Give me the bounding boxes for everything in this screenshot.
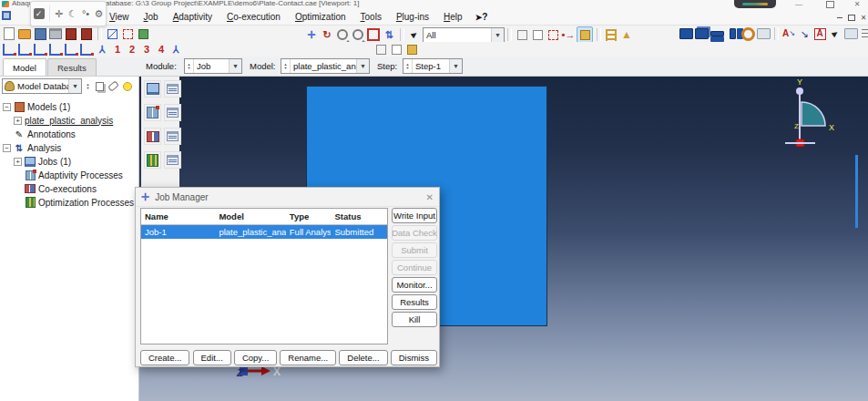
wireframe-cube-icon[interactable]	[105, 26, 119, 41]
tree-item-models[interactable]: − Models (1)	[3, 100, 70, 113]
monitor-button[interactable]: Monitor...	[392, 277, 437, 293]
delete-button[interactable]: Delete...	[339, 350, 387, 365]
text-box-icon[interactable]: A	[812, 26, 827, 41]
tree-item-optimization-processes[interactable]: Optimization Processes	[25, 196, 134, 209]
mdi-close-button[interactable]: ✕	[858, 13, 868, 22]
selection-filter-combo[interactable]: All ▼	[423, 27, 505, 43]
tree-item-jobs[interactable]: + Jobs (1)	[14, 155, 71, 168]
render-shaded-icon[interactable]	[404, 42, 419, 57]
tree-item-annotations[interactable]: ✎ Annotations	[14, 128, 76, 140]
link-icon[interactable]	[107, 80, 119, 92]
annotation-manager-icon[interactable]	[843, 26, 858, 41]
chevron-down-icon[interactable]: ▼	[229, 59, 241, 73]
select-cursor-icon[interactable]: ►	[407, 27, 422, 42]
viewport-tile-horizontal-icon[interactable]	[710, 26, 724, 41]
menu-plugins[interactable]: Plug-ins	[389, 8, 436, 26]
module-combo[interactable]: ▲▼ Job ▼	[184, 58, 242, 74]
mdi-restore-button[interactable]	[846, 13, 857, 22]
model-combo[interactable]: ▲▼ plate_plastic_analysis ▼	[281, 58, 370, 74]
cycle-views-icon[interactable]: ⇅	[382, 27, 396, 42]
kill-button[interactable]: Kill	[392, 312, 437, 327]
edit-annotation-cursor-icon[interactable]: ►	[828, 26, 842, 41]
view-front-icon[interactable]	[2, 42, 16, 57]
create-job-icon[interactable]	[144, 80, 161, 98]
model-database-combo[interactable]: Model Database ▼	[2, 78, 82, 94]
render-wireframe-icon[interactable]	[373, 42, 388, 57]
lightbulb-icon[interactable]	[121, 80, 133, 92]
menu-tools[interactable]: Tools	[353, 8, 389, 26]
submit-job-icon[interactable]	[79, 26, 94, 41]
ghost-cube-icon[interactable]	[530, 27, 545, 42]
view-back-icon[interactable]	[17, 42, 32, 57]
shaded-cube-icon[interactable]	[136, 26, 150, 41]
gear-icon[interactable]: ⚙	[94, 9, 103, 19]
save-icon[interactable]	[33, 26, 47, 41]
print-icon[interactable]	[48, 26, 63, 41]
spinner-icon[interactable]: ▲▼	[403, 59, 413, 73]
copy-button[interactable]: Copy...	[234, 350, 277, 365]
optimization-manager-icon[interactable]	[164, 151, 181, 169]
expand-icon[interactable]: +	[14, 158, 22, 166]
menu-co-execution[interactable]: Co-execution	[220, 8, 288, 26]
mdi-minimize-button[interactable]	[834, 13, 845, 22]
moon-icon[interactable]: ☾	[68, 9, 77, 19]
view-preset-1-button[interactable]: 1	[110, 44, 125, 55]
magnify-icon[interactable]	[335, 27, 350, 42]
col-status[interactable]: Status	[331, 211, 387, 221]
viewport-mdi-icon[interactable]	[2, 11, 11, 20]
custom-view-icon[interactable]: ⅄	[168, 42, 183, 57]
dashed-cube-icon[interactable]	[120, 26, 135, 41]
dots-icon[interactable]: °•	[82, 9, 89, 19]
drag-select-icon[interactable]	[546, 27, 560, 42]
menu-help[interactable]: Help	[436, 8, 470, 26]
view-top-icon[interactable]	[33, 42, 47, 57]
pan-view-icon[interactable]: ✛	[304, 27, 319, 42]
viewport-window-icon[interactable]	[756, 26, 771, 41]
shaded-render-icon[interactable]	[577, 26, 593, 43]
render-hidden-icon[interactable]	[389, 42, 403, 57]
tree-item-co-executions[interactable]: Co-executions	[25, 182, 97, 195]
check-icon[interactable]: ✓	[34, 8, 45, 19]
rename-button[interactable]: Rename...	[280, 350, 336, 365]
col-type[interactable]: Type	[286, 211, 332, 221]
table-row[interactable]: Job-1 plate_plastic_analysis Full Analys…	[141, 225, 387, 239]
datum-trestle-icon[interactable]: ▲	[619, 27, 634, 42]
dismiss-button[interactable]: Dismiss	[391, 350, 437, 365]
viewport-tile-vertical-icon[interactable]	[725, 26, 740, 41]
text-annotation-icon[interactable]: A↘	[781, 26, 796, 41]
context-help-icon[interactable]: ➤?	[470, 12, 494, 22]
close-button[interactable]: ✕	[849, 0, 865, 8]
tree-spinner[interactable]: ▲▼	[84, 79, 92, 93]
chevron-down-icon[interactable]: ▼	[68, 79, 81, 93]
arrow-annotation-icon[interactable]: ↘	[797, 26, 812, 41]
menu-optimization[interactable]: Optimization	[288, 8, 353, 26]
create-optimization-process-icon[interactable]	[144, 151, 161, 169]
duplicate-icon[interactable]	[94, 80, 106, 92]
create-adaptivity-process-icon[interactable]	[144, 104, 161, 121]
tree-item-analysis[interactable]: − ⇅ Analysis	[3, 141, 61, 154]
chevron-down-icon[interactable]: ▼	[356, 59, 369, 73]
collapse-icon[interactable]: −	[3, 144, 11, 152]
step-combo[interactable]: ▲▼ Step-1 ▼	[403, 58, 463, 74]
minimize-button[interactable]: —	[791, 0, 807, 8]
tree-item-plate-plastic-analysis[interactable]: + plate_plastic_analysis	[14, 114, 113, 127]
rotate-view-icon[interactable]: ↻	[320, 27, 334, 42]
menu-view[interactable]: View	[102, 8, 137, 26]
viewport-cascade-icon[interactable]	[694, 26, 709, 41]
query-ladder-icon[interactable]	[604, 27, 618, 42]
auto-fit-icon[interactable]	[366, 27, 381, 42]
spinner-icon[interactable]: ▲▼	[185, 59, 194, 73]
tab-results[interactable]: Results	[47, 58, 97, 76]
col-model[interactable]: Model	[215, 211, 285, 221]
expand-icon[interactable]: +	[14, 117, 22, 125]
maximize-button[interactable]	[822, 0, 838, 8]
tree-item-adaptivity-processes[interactable]: Adaptivity Processes	[25, 169, 123, 181]
edit-button[interactable]: Edit...	[193, 350, 231, 365]
spinner-icon[interactable]: ▲▼	[281, 59, 291, 73]
view-preset-3-button[interactable]: 3	[139, 44, 154, 55]
menu-job[interactable]: Job	[137, 8, 166, 26]
collapse-icon[interactable]: −	[3, 103, 11, 111]
viewport-single-icon[interactable]	[679, 26, 693, 41]
write-input-button[interactable]: Write Input	[392, 208, 437, 223]
menu-adaptivity[interactable]: Adaptivity	[166, 8, 220, 26]
